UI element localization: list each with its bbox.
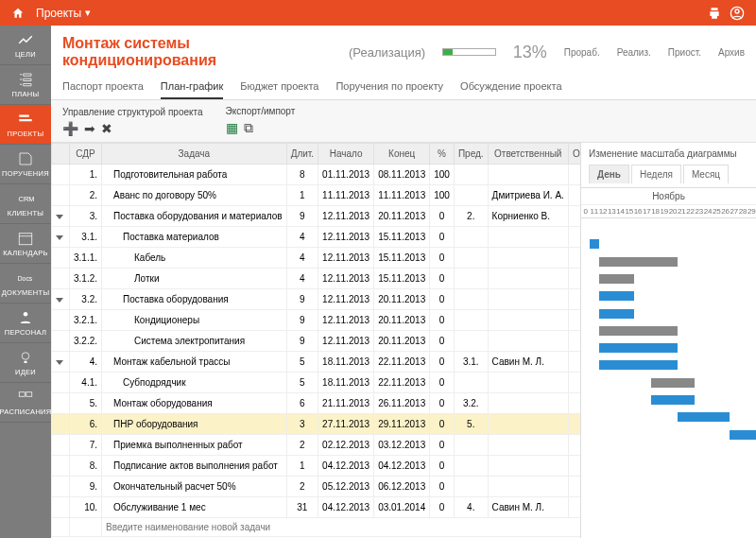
- col-header[interactable]: Задача: [102, 144, 287, 165]
- sidebar-item-crm[interactable]: CRMКЛИЕНТЫ: [0, 184, 51, 224]
- status-tab[interactable]: Прораб.: [564, 47, 600, 58]
- table-row[interactable]: 5.Монтаж оборудования621.11.201326.11.20…: [52, 393, 581, 414]
- svg-rect-2: [19, 115, 29, 117]
- scale-tab[interactable]: Месяц: [683, 165, 729, 183]
- gantt-bar[interactable]: [599, 343, 678, 353]
- tab-1[interactable]: План-график: [161, 75, 223, 99]
- col-header[interactable]: Пред.: [454, 144, 488, 165]
- dropdown-icon[interactable]: ▾: [85, 7, 91, 19]
- gantt-body[interactable]: [581, 218, 756, 538]
- user-icon[interactable]: [726, 6, 748, 21]
- table-row[interactable]: 9.Окончательный расчет 50%205.12.201306.…: [52, 477, 581, 497]
- home-icon[interactable]: [8, 7, 28, 20]
- col-header[interactable]: Конец: [374, 144, 430, 165]
- project-phase: (Реализация): [349, 45, 425, 60]
- svg-rect-5: [19, 234, 32, 245]
- gantt-days-row: 011121314151617181920212223242526272829: [581, 205, 756, 218]
- col-header[interactable]: %: [430, 144, 455, 165]
- new-task-input[interactable]: [106, 522, 580, 532]
- delete-icon[interactable]: ✖: [101, 121, 112, 136]
- gantt-bar[interactable]: [590, 239, 598, 249]
- table-row[interactable]: 3.2.Поставка оборудования912.11.201320.1…: [52, 289, 581, 310]
- scale-tab[interactable]: День: [589, 165, 629, 183]
- col-header[interactable]: [52, 144, 70, 165]
- col-header[interactable]: Ответственный: [488, 144, 568, 165]
- gantt-month: Ноябрь: [581, 187, 756, 205]
- tab-3[interactable]: Поручения по проекту: [335, 75, 443, 99]
- table-row[interactable]: 6.ПНР оборудования327.11.201329.11.20130…: [52, 414, 581, 435]
- svg-rect-9: [19, 392, 25, 397]
- gantt-bar[interactable]: [730, 430, 756, 440]
- table-row[interactable]: 7.Приемка выполненных работ202.12.201303…: [52, 435, 581, 456]
- expand-icon[interactable]: [56, 360, 63, 365]
- gantt-scale-tabs: ДеньНеделяМесяц: [581, 165, 756, 183]
- indent-icon[interactable]: ➡: [84, 121, 95, 136]
- status-tab[interactable]: Приост.: [668, 47, 701, 58]
- status-tab[interactable]: Реализ.: [617, 47, 651, 58]
- tab-4[interactable]: Обсуждение проекта: [460, 75, 561, 99]
- table-row[interactable]: 3.2.2.Система электропитания912.11.20132…: [52, 331, 581, 352]
- new-task-row[interactable]: [52, 518, 581, 537]
- gantt-bar[interactable]: [599, 274, 634, 284]
- copy-icon[interactable]: ⧉: [244, 120, 253, 136]
- sidebar-item-sched[interactable]: РАСПИСАНИЯ: [0, 383, 51, 423]
- status-tabs: Прораб.Реализ.Приост.Архив: [564, 47, 745, 58]
- gantt-bar[interactable]: [678, 412, 730, 422]
- sidebar-item-tasks[interactable]: ПОРУЧЕНИЯ: [0, 145, 51, 184]
- svg-rect-10: [26, 392, 32, 397]
- svg-text:Docs: Docs: [18, 275, 33, 282]
- sidebar-item-goals[interactable]: ЦЕЛИ: [0, 26, 51, 65]
- project-title: Монтаж системы кондиционирования: [62, 35, 332, 69]
- expand-icon[interactable]: [56, 215, 63, 219]
- col-header[interactable]: СДР: [70, 144, 102, 165]
- col-header[interactable]: Начало: [318, 144, 374, 165]
- gantt-bar[interactable]: [651, 378, 695, 388]
- table-row[interactable]: 3.1.1.Кабель412.11.201315.11.201300: [52, 248, 581, 269]
- sidebar-item-plans[interactable]: ПЛАНЫ: [0, 65, 51, 105]
- progress-bar: [442, 48, 496, 56]
- task-table: СДРЗадачаДлит.НачалоКонец%Пред.Ответстве…: [51, 143, 580, 537]
- excel-icon[interactable]: ▦: [226, 120, 238, 136]
- breadcrumb[interactable]: Проекты: [28, 7, 81, 20]
- table-row[interactable]: 1.Подготовительная работа801.11.201308.1…: [52, 165, 581, 185]
- tab-2[interactable]: Бюджет проекта: [240, 75, 318, 99]
- task-table-wrap[interactable]: СДРЗадачаДлит.НачалоКонец%Пред.Ответстве…: [51, 143, 580, 538]
- sidebar-item-projects[interactable]: ПРОЕКТЫ: [0, 105, 51, 145]
- gantt-bar[interactable]: [651, 395, 695, 405]
- svg-point-1: [735, 9, 739, 13]
- gantt-bar[interactable]: [599, 291, 634, 301]
- table-row[interactable]: 3.2.1.Кондиционеры912.11.201320.11.20130…: [52, 310, 581, 331]
- table-row[interactable]: 4.Монтаж кабельной трассы518.11.201322.1…: [52, 352, 581, 373]
- col-header[interactable]: Длит.: [286, 144, 318, 165]
- gantt-bar[interactable]: [599, 326, 678, 336]
- scale-tab[interactable]: Неделя: [631, 165, 681, 183]
- toolbar-struct-label: Управление структурой проекта: [62, 107, 203, 117]
- project-header: Монтаж системы кондиционирования (Реализ…: [51, 26, 756, 75]
- sidebar-item-staff[interactable]: ПЕРСОНАЛ: [0, 304, 51, 343]
- gantt-bar[interactable]: [599, 257, 678, 267]
- sidebar-item-ideas[interactable]: ИДЕИ: [0, 343, 51, 383]
- table-row[interactable]: 3.Поставка оборудования и материалов912.…: [52, 206, 581, 227]
- col-header[interactable]: Отчёт: [568, 144, 580, 165]
- gantt-bar[interactable]: [599, 309, 634, 319]
- sidebar-item-docs[interactable]: DocsДОКУМЕНТЫ: [0, 264, 51, 304]
- table-row[interactable]: 3.1.2.Лотки412.11.201315.11.201300: [52, 269, 581, 289]
- svg-text:CRM: CRM: [19, 195, 35, 203]
- progress-percent: 13%: [513, 43, 547, 62]
- table-row[interactable]: 4.1.Субподрядчик518.11.201322.11.201300: [52, 373, 581, 393]
- print-icon[interactable]: [703, 7, 726, 20]
- table-row[interactable]: 3.1.Поставка материалов412.11.201315.11.…: [52, 227, 581, 248]
- table-row[interactable]: 10.Обслуживание 1 мес3104.12.201303.01.2…: [52, 497, 581, 518]
- topbar: Проекты ▾: [0, 0, 756, 26]
- svg-rect-3: [19, 119, 32, 121]
- status-tab[interactable]: Архив: [718, 47, 745, 58]
- sidebar: ЦЕЛИПЛАНЫПРОЕКТЫПОРУЧЕНИЯCRMКЛИЕНТЫКАЛЕН…: [0, 26, 51, 538]
- expand-icon[interactable]: [56, 298, 63, 303]
- table-row[interactable]: 8.Подписание актов выполнения работ104.1…: [52, 456, 581, 477]
- tab-0[interactable]: Паспорт проекта: [62, 75, 144, 99]
- expand-icon[interactable]: [56, 235, 63, 240]
- table-row[interactable]: 2.Аванс по договору 50%111.11.201311.11.…: [52, 185, 581, 206]
- sidebar-item-calendar[interactable]: КАЛЕНДАРЬ: [0, 224, 51, 264]
- add-icon[interactable]: ➕: [62, 121, 78, 136]
- gantt-bar[interactable]: [599, 360, 678, 370]
